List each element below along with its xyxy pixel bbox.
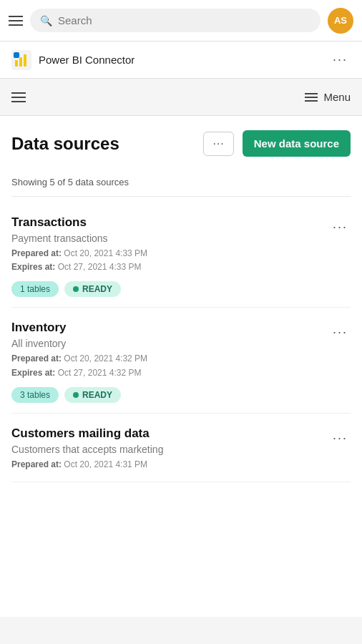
datasource-subtitle: Customers that accepts marketing	[11, 444, 351, 455]
search-bar[interactable]: 🔍	[30, 9, 321, 32]
datasource-item: Customers mailing data Customers that ac…	[11, 414, 351, 482]
secondary-nav: Menu	[0, 79, 362, 116]
app-header: Power BI Connector ···	[0, 42, 362, 79]
page-header: Data sources ··· New data source	[11, 116, 351, 168]
expires-label: Expires at:	[11, 368, 55, 378]
prepared-label: Prepared at:	[11, 459, 62, 469]
svg-rect-3	[24, 54, 26, 67]
top-bar: 🔍 AS	[0, 0, 362, 42]
svg-rect-2	[19, 57, 22, 67]
svg-rect-4	[14, 52, 19, 58]
avatar[interactable]: AS	[328, 8, 353, 34]
datasource-meta: Prepared at: Oct 20, 2021 4:32 PMExpires…	[11, 352, 351, 379]
status-tag: READY	[64, 387, 121, 403]
item-more-button[interactable]: ···	[330, 322, 351, 343]
prepared-label: Prepared at:	[11, 248, 62, 258]
powerbi-icon	[11, 50, 31, 70]
menu-lines-icon	[305, 93, 318, 102]
svg-rect-1	[15, 60, 18, 67]
datasource-meta: Prepared at: Oct 20, 2021 4:33 PMExpires…	[11, 247, 351, 274]
datasource-title: Customers mailing data	[11, 426, 351, 441]
hamburger-menu-icon[interactable]	[9, 16, 23, 26]
search-input[interactable]	[58, 14, 310, 26]
menu-button[interactable]: Menu	[305, 91, 351, 103]
avatar-initials: AS	[334, 15, 347, 26]
datasource-item: Inventory All inventory Prepared at: Oct…	[11, 308, 351, 413]
page-content: Data sources ··· New data source Showing…	[0, 116, 362, 617]
datasource-meta: Prepared at: Oct 20, 2021 4:31 PM	[11, 458, 351, 472]
datasource-item: Transactions Payment transactions Prepar…	[11, 203, 351, 308]
secondary-hamburger-icon[interactable]	[11, 92, 26, 102]
summary-text: Showing 5 of 5 data sources	[11, 177, 129, 187]
menu-label: Menu	[323, 91, 351, 103]
status-dot	[73, 286, 79, 292]
datasource-subtitle: Payment transactions	[11, 233, 351, 244]
app-title: Power BI Connector	[39, 54, 323, 66]
datasource-title: Transactions	[11, 215, 351, 230]
tags-row: 1 tablesREADY	[11, 281, 351, 297]
tables-tag: 1 tables	[11, 281, 59, 297]
expires-label: Expires at:	[11, 262, 55, 272]
item-more-button[interactable]: ···	[330, 428, 351, 449]
datasource-title: Inventory	[11, 321, 351, 335]
status-tag: READY	[64, 281, 121, 297]
new-data-source-button[interactable]: New data source	[243, 130, 351, 157]
page-title: Data sources	[11, 134, 195, 154]
page-ellipsis-button[interactable]: ···	[203, 132, 233, 156]
status-dot	[73, 392, 79, 398]
datasource-subtitle: All inventory	[11, 338, 351, 349]
tables-tag: 3 tables	[11, 387, 59, 403]
item-more-button[interactable]: ···	[330, 217, 351, 238]
app-more-button[interactable]: ···	[330, 49, 351, 70]
datasource-list: Transactions Payment transactions Prepar…	[11, 203, 351, 482]
search-icon: 🔍	[40, 15, 52, 26]
prepared-label: Prepared at:	[11, 353, 62, 364]
summary-row: Showing 5 of 5 data sources	[11, 168, 351, 197]
tags-row: 3 tablesREADY	[11, 387, 351, 403]
